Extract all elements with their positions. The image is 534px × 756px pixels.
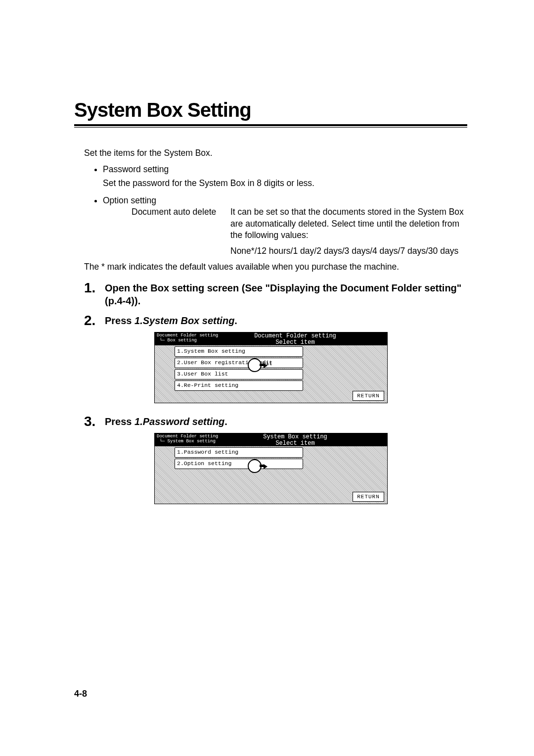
- lcd-item-user-box-list[interactable]: 3.User Box list: [175, 369, 303, 379]
- lcd-body: 1.System Box setting 2.User Box registra…: [155, 345, 387, 403]
- bullet-desc: Set the password for the System Box in 8…: [103, 177, 467, 189]
- bullet-password: Password setting Set the password for th…: [103, 163, 467, 189]
- option-row-values: None*/12 hours/1 day/2 days/3 days/4 day…: [132, 245, 467, 257]
- pointer-icon: [248, 459, 262, 473]
- step-text-after: .: [224, 416, 227, 427]
- option-desc: It can be set so that the documents stor…: [230, 206, 467, 241]
- lcd-item-password[interactable]: 1.Password setting: [175, 447, 303, 458]
- step-1: Open the Box setting screen (See "Displa…: [84, 282, 467, 307]
- return-button[interactable]: RETURN: [353, 492, 384, 502]
- option-table: Document auto delete It can be set so th…: [132, 206, 467, 257]
- step-italic: 1.Password setting: [134, 416, 224, 427]
- page-title: System Box Setting: [74, 99, 467, 121]
- footnote: The * mark indicates the default values …: [74, 261, 467, 273]
- lcd-item-reprint[interactable]: 4.Re-Print setting: [175, 380, 303, 391]
- lcd-header: Document Folder setting └─ Box setting D…: [155, 332, 387, 345]
- lcd-menu-list: 1.Password setting 2.Option setting: [175, 447, 303, 470]
- manual-page: System Box Setting Set the items for the…: [0, 0, 534, 756]
- settings-bullets: Password setting Set the password for th…: [74, 163, 467, 257]
- lcd-screenshot-1: Document Folder setting └─ Box setting D…: [154, 332, 388, 403]
- lcd-item-user-box-reg[interactable]: 2.User Box registration/edit: [175, 358, 303, 368]
- step-text: Press: [105, 315, 134, 326]
- step-3: Press 1.Password setting. Document Folde…: [84, 415, 467, 504]
- lcd-title: System Box setting Select item: [203, 433, 387, 446]
- title-divider: [74, 124, 467, 128]
- bullet-label: Option setting: [103, 195, 156, 205]
- option-name: Document auto delete: [132, 206, 230, 218]
- step-2: Press 1.System Box setting. Document Fol…: [84, 314, 467, 403]
- bullet-option: Option setting Document auto delete It c…: [103, 194, 467, 257]
- steps-list: Open the Box setting screen (See "Displa…: [84, 282, 467, 504]
- bullet-label: Password setting: [103, 164, 169, 174]
- lcd-menu-list: 1.System Box setting 2.User Box registra…: [175, 346, 303, 392]
- option-values: None*/12 hours/1 day/2 days/3 days/4 day…: [230, 245, 467, 257]
- page-number: 4-8: [74, 689, 87, 699]
- lcd-body: 1.Password setting 2.Option setting RETU…: [155, 446, 387, 504]
- intro-text: Set the items for the System Box.: [74, 147, 467, 159]
- lcd-item-option[interactable]: 2.Option setting: [175, 459, 303, 469]
- step-text: Open the Box setting screen (See "Displa…: [105, 283, 461, 306]
- lcd-header: Document Folder setting └─ System Box se…: [155, 433, 387, 446]
- step-italic: 1.System Box setting: [134, 315, 234, 326]
- lcd-item-system-box[interactable]: 1.System Box setting: [175, 346, 303, 357]
- return-button[interactable]: RETURN: [353, 391, 384, 401]
- step-text: Press: [105, 416, 134, 427]
- lcd-title: Document Folder setting Select item: [203, 332, 387, 345]
- option-row: Document auto delete It can be set so th…: [132, 206, 467, 241]
- step-text-after: .: [234, 315, 237, 326]
- lcd-screenshot-2: Document Folder setting └─ System Box se…: [154, 433, 388, 504]
